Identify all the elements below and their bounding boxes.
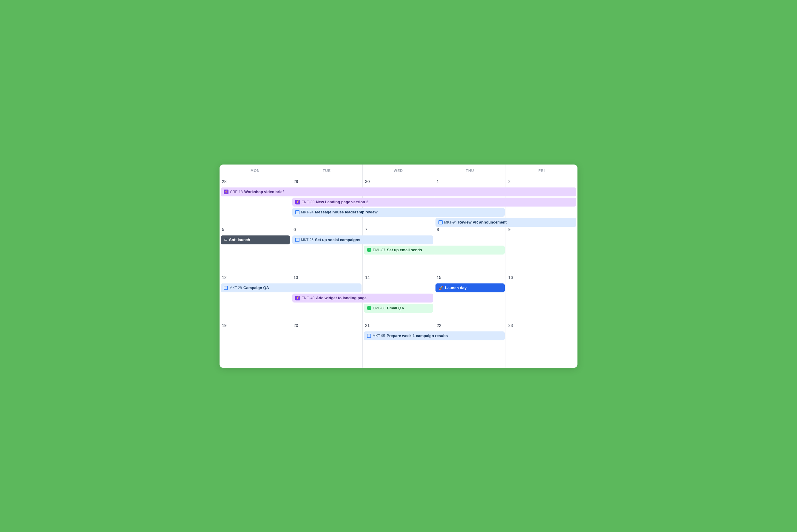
- event-title: Set up email sends: [387, 248, 422, 252]
- week-row-3: 1920212223MKT-95Prepare week 1 campaign …: [219, 320, 578, 368]
- square-icon: [295, 210, 300, 214]
- cell-2-0: 12: [219, 272, 291, 320]
- bolt-icon: ⚡: [295, 200, 300, 205]
- event-title: Launch day: [445, 286, 467, 290]
- event-id: MKT-95: [373, 334, 385, 338]
- cell-1-4: 9: [506, 224, 578, 272]
- event-title: Campaign QA: [243, 286, 269, 290]
- day-number: 12: [222, 275, 288, 280]
- event-title: Soft launch: [229, 238, 250, 242]
- day-number: 22: [437, 323, 503, 328]
- bolt-icon: ⚡: [224, 190, 229, 194]
- event-title: New Landing page version 2: [316, 200, 368, 204]
- event-id: MKT-94: [444, 220, 457, 224]
- day-number: 30: [365, 179, 432, 184]
- cell-3-4: 23: [506, 320, 578, 368]
- event-eng40[interactable]: ⚡ENG-40Add widget to landing page: [292, 293, 433, 303]
- event-eml87[interactable]: ↑EML-87Set up email sends: [364, 246, 505, 254]
- event-id: ENG-40: [302, 296, 314, 300]
- cell-3-1: 20: [291, 320, 363, 368]
- event-id: MKT-28: [229, 286, 242, 290]
- day-number: 5: [222, 227, 288, 232]
- day-number: 23: [508, 323, 575, 328]
- calendar: MON TUE WED THU FRI 28293012⚡CRE-18Works…: [219, 165, 578, 368]
- calendar-body: 28293012⚡CRE-18Workshop video brief⚡ENG-…: [219, 176, 578, 368]
- day-number: 7: [365, 227, 432, 232]
- event-mkt28[interactable]: MKT-28Campaign QA: [221, 283, 362, 292]
- event-mkt25[interactable]: MKT-25Set up social campaigns: [292, 235, 433, 244]
- day-number: 6: [293, 227, 360, 232]
- week-row-1: 56789🏷Soft launchMKT-25Set up social cam…: [219, 224, 578, 272]
- cell-0-0: 28: [219, 176, 291, 224]
- day-number: 13: [293, 275, 360, 280]
- day-number: 15: [437, 275, 503, 280]
- day-header-mon: MON: [219, 165, 291, 176]
- event-eng39[interactable]: ⚡ENG-39New Landing page version 2: [292, 197, 576, 207]
- cell-1-0: 5: [219, 224, 291, 272]
- day-number: 28: [222, 179, 288, 184]
- square-icon: [224, 286, 228, 290]
- event-title: Message house leadership review: [315, 210, 378, 214]
- day-number: 1: [437, 179, 503, 184]
- day-number: 19: [222, 323, 288, 328]
- event-mkt95[interactable]: MKT-95Prepare week 1 campaign results: [364, 331, 505, 340]
- square-icon: [295, 238, 300, 242]
- event-id: EML-88: [373, 306, 385, 310]
- day-number: 14: [365, 275, 432, 280]
- cell-1-1: 6: [291, 224, 363, 272]
- week-row-0: 28293012⚡CRE-18Workshop video brief⚡ENG-…: [219, 176, 578, 224]
- event-soft-launch[interactable]: 🏷Soft launch: [221, 235, 290, 244]
- day-number: 21: [365, 323, 432, 328]
- rocket-icon: 🚀: [438, 286, 443, 290]
- day-number: 2: [508, 179, 575, 184]
- day-number: 9: [508, 227, 575, 232]
- week-row-2: 1213141516MKT-28Campaign QA🚀Launch day⚡E…: [219, 272, 578, 320]
- day-header-wed: WED: [363, 165, 434, 176]
- event-id: MKT-24: [301, 210, 313, 214]
- square-icon: [438, 220, 442, 224]
- day-header-tue: TUE: [291, 165, 363, 176]
- event-id: ENG-39: [302, 200, 314, 204]
- cell-2-4: 16: [506, 272, 578, 320]
- cell-2-3: 15: [434, 272, 506, 320]
- event-title: Set up social campaigns: [315, 238, 360, 242]
- event-title: Add widget to landing page: [316, 296, 367, 300]
- event-id: EML-87: [373, 248, 385, 252]
- event-title: Prepare week 1 campaign results: [386, 334, 448, 338]
- day-header-fri: FRI: [506, 165, 578, 176]
- cell-3-0: 19: [219, 320, 291, 368]
- day-header-thu: THU: [434, 165, 506, 176]
- day-number: 16: [508, 275, 575, 280]
- square-icon: [367, 334, 371, 338]
- event-title: Email QA: [387, 306, 404, 310]
- calendar-header: MON TUE WED THU FRI: [219, 165, 578, 176]
- cell-3-2: 21: [363, 320, 434, 368]
- event-mkt24[interactable]: MKT-24Message house leadership review: [292, 208, 505, 217]
- bolt-icon: ⚡: [295, 296, 300, 300]
- event-id: MKT-25: [301, 238, 313, 242]
- day-number: 29: [293, 179, 360, 184]
- event-cre18[interactable]: ⚡CRE-18Workshop video brief: [221, 188, 576, 196]
- check-circle-icon: ↑: [367, 248, 372, 252]
- check-circle-icon: ↑: [367, 306, 372, 310]
- event-eml88[interactable]: ↑EML-88Email QA: [364, 304, 433, 312]
- tag-icon: 🏷: [224, 238, 228, 242]
- day-number: 8: [437, 227, 503, 232]
- cell-3-3: 22: [434, 320, 506, 368]
- day-number: 20: [293, 323, 360, 328]
- event-launch-day[interactable]: 🚀Launch day: [435, 283, 505, 292]
- event-id: CRE-18: [230, 190, 243, 194]
- event-title: Workshop video brief: [244, 190, 284, 194]
